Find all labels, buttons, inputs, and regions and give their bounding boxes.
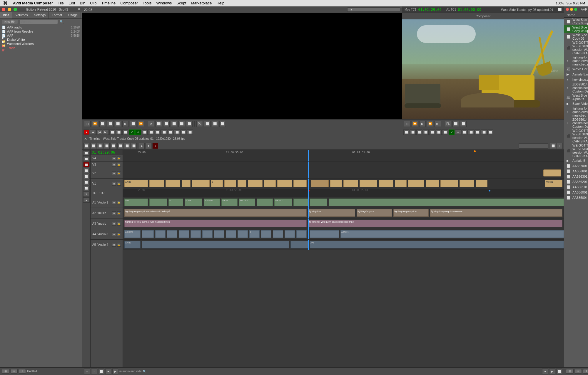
clip-a4-11[interactable]: 2	[249, 230, 260, 238]
clip-a4-4[interactable]	[167, 230, 177, 238]
loop-btn[interactable]: ⟳	[148, 121, 154, 127]
aaf-list-item[interactable]: 🖼 West Side Logo w Alpha.tif	[564, 93, 588, 101]
clip-v1-8[interactable]	[238, 180, 246, 187]
side-btn-1[interactable]: ⬜	[83, 150, 90, 156]
tab-settings[interactable]: Settings	[31, 12, 49, 19]
back-frame-btn[interactable]: ⬜	[155, 130, 161, 135]
tl-scroll-left-btn[interactable]: ◀	[105, 369, 111, 374]
clip-a1-8[interactable]	[257, 199, 273, 206]
menu-composer[interactable]: Composer	[118, 0, 140, 6]
tl-tool-2[interactable]: ⬜	[90, 143, 96, 149]
menu-windows[interactable]: Windows	[154, 0, 174, 6]
tl-nav-prev-btn[interactable]: ◀	[542, 369, 548, 374]
menu-file[interactable]: File	[55, 0, 66, 6]
track-enable-btn[interactable]: ◼	[112, 157, 116, 160]
tab-usage[interactable]: Usage	[65, 12, 81, 19]
clip-v1-7[interactable]	[224, 180, 236, 187]
track-lock-btn[interactable]: 🔒	[117, 211, 121, 215]
clip-a5-2[interactable]	[142, 241, 289, 248]
sync-btn[interactable]: ⬜	[156, 121, 162, 127]
resize-btn[interactable]: ⬜	[187, 130, 193, 135]
clip-a3-2[interactable]: fighting-for-you-quinn-erwin-musicbed.mp…	[308, 220, 562, 227]
track-lock-btn[interactable]: 🔒	[117, 201, 121, 204]
c-audio-btn[interactable]: A	[455, 130, 461, 135]
tl-splice-btn[interactable]: ⬜	[104, 143, 110, 149]
tl-fit-btn[interactable]: ⬜	[98, 369, 104, 374]
tl-lift-btn[interactable]: ⬜	[117, 143, 123, 149]
tl-search-icon[interactable]: 🔍	[143, 370, 146, 373]
mark-out-btn[interactable]: ⬜	[107, 121, 113, 127]
tl-fade-btn[interactable]: ⬜	[131, 143, 137, 149]
clip-a1-7[interactable]: WE GOT	[239, 199, 255, 206]
apple-menu[interactable]: ⌘	[0, 0, 11, 6]
track-enable-btn[interactable]: ◼	[112, 201, 116, 204]
track-enable-btn[interactable]: ◼	[112, 182, 116, 186]
clip-v1-21[interactable]	[440, 180, 458, 187]
aaf-max-btn[interactable]	[574, 8, 577, 11]
side-btn-red[interactable]: ⬜	[83, 162, 90, 167]
aaf-list-item[interactable]: ⬜ AA586601	[564, 169, 588, 174]
clip-a1-10[interactable]	[293, 199, 308, 206]
clip-a1-long[interactable]	[329, 199, 564, 206]
source-dropdown-btn[interactable]: ▼	[347, 7, 400, 12]
clip-a1-2[interactable]	[149, 199, 167, 206]
aaf-list-item[interactable]: ♪ fighting-for-you-quinn-erwin-musicbed	[564, 106, 588, 117]
track-lock-btn[interactable]: 🔒	[117, 243, 121, 247]
clip-v1-9[interactable]	[248, 180, 263, 187]
clip-v1-last[interactable]: AA5621	[545, 180, 562, 187]
clip-v1-19[interactable]	[408, 180, 424, 187]
c-ctrl-1[interactable]: ⬜	[403, 130, 409, 135]
tl-stop-btn[interactable]: ■	[146, 143, 151, 149]
menu-bin[interactable]: Bin	[77, 0, 88, 6]
splice-btn[interactable]: ⬜	[163, 121, 170, 127]
settings-btn[interactable]: ⬜	[212, 121, 218, 127]
search-input[interactable]	[20, 20, 58, 24]
c-ctrl-3[interactable]: ⬜	[416, 130, 422, 135]
clip-v1-17[interactable]	[379, 180, 393, 187]
track-lock-btn[interactable]: 🔒	[117, 233, 121, 236]
clip-a4-10[interactable]	[238, 230, 248, 238]
track-lock-btn[interactable]: 🔒	[117, 182, 121, 186]
clip-a4-12[interactable]	[261, 230, 271, 238]
c-ctrl-10[interactable]: ⬜	[462, 130, 467, 135]
aaf-list-item[interactable]: ♪ ZD595614 - chriskalhoon - Custom Demo	[564, 117, 588, 129]
track-lock-btn[interactable]: 🔒	[117, 222, 121, 226]
clip-v1-14[interactable]	[330, 180, 342, 187]
tab-format[interactable]: Format	[49, 12, 65, 19]
tl-tool-1[interactable]: ⬜	[83, 143, 89, 149]
tl-play-btn[interactable]: ▶	[139, 143, 145, 149]
track-enable-btn[interactable]: ◼	[112, 211, 116, 215]
clip-v2[interactable]	[543, 169, 561, 176]
side-btn-5[interactable]: ⬜	[83, 180, 90, 185]
aaf-list-item[interactable]: ⬜ AA586301	[564, 174, 588, 179]
track-enable-btn[interactable]: ◼	[112, 171, 116, 175]
go-to-start-btn[interactable]: ⏮	[84, 121, 91, 127]
aaf-list-item[interactable]: ♪ fighting-for-you-quinn-erwin-musicbed.…	[564, 55, 588, 66]
go-to-end-btn[interactable]: ⬜	[130, 121, 136, 127]
list-item[interactable]: ▶ 🗑 Trash	[0, 46, 82, 50]
tl-extract-btn[interactable]: ⬜	[124, 143, 130, 149]
aaf-list-item[interactable]: ♪ hey vince.wav	[564, 77, 588, 82]
grid-view-btn[interactable]: ⊞	[2, 369, 9, 374]
overwrite-btn2[interactable]: ⬜	[116, 130, 122, 135]
aaf-min-btn[interactable]	[570, 8, 573, 11]
c-ctrl-11[interactable]: ⬜	[468, 130, 474, 135]
track-lock-btn[interactable]: 🔒	[117, 163, 121, 167]
clip-a2-3[interactable]: fighting-for-you-	[357, 209, 392, 217]
clip-a4-13[interactable]	[273, 230, 283, 238]
clip-color-btn[interactable]: ⬜	[142, 130, 148, 135]
menu-clip[interactable]: Clip	[88, 0, 99, 6]
track-enable-btn[interactable]: ◼	[112, 163, 116, 167]
side-btn-6[interactable]: ⬜	[83, 186, 90, 191]
clip-a1-6[interactable]: WE GOT	[221, 199, 238, 206]
list-item[interactable]: 📄 AAF from Resolve 1,240K	[0, 29, 82, 33]
clip-a4-7[interactable]	[202, 230, 213, 238]
aaf-close-btn[interactable]	[566, 8, 569, 11]
tl-zoom-in-btn[interactable]: +	[84, 369, 90, 374]
aaf-list-item[interactable]: ▶ Black Video	[564, 101, 588, 106]
c-ctrl-2[interactable]: ⬜	[410, 130, 416, 135]
clip-a4-8[interactable]	[214, 230, 224, 238]
extract-btn[interactable]: ⬜	[186, 121, 193, 127]
c-ctrl-4[interactable]: ⬜	[423, 130, 429, 135]
clip-a5-3[interactable]	[290, 241, 308, 248]
